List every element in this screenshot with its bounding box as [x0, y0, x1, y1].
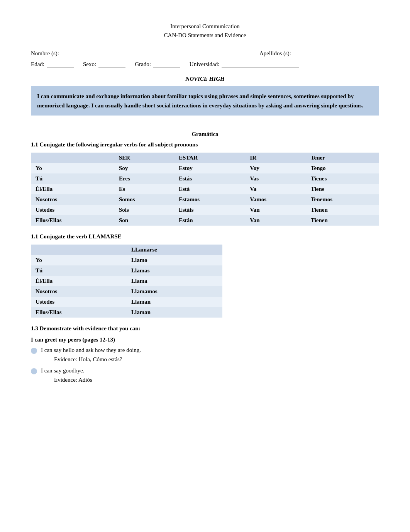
bullet-icon [31, 368, 37, 374]
table1-cell: Nosotros [31, 194, 114, 205]
table1-cell: Tenemos [306, 194, 379, 205]
table1-cell: Van [245, 205, 306, 215]
novice-section: NOVICE HIGH I can communicate and exchan… [31, 76, 379, 116]
universidad-label: Universidad: [190, 61, 219, 68]
table1-cell: Soy [114, 163, 174, 173]
table1-cell: Está [174, 184, 245, 194]
table1-cell: Tienen [306, 215, 379, 226]
table2-cell: Llamas [127, 265, 222, 276]
form-section: Nombre (s): Apellidos (s): Edad: Sexo: G… [31, 50, 379, 68]
header-subtitle: CAN-DO Statements and Evidence [31, 32, 379, 39]
form-row-2: Edad: Sexo: Grado: Universidad: [31, 61, 379, 68]
table2-cell: Llama [127, 276, 222, 286]
table1-cell: Voy [245, 163, 306, 173]
table2-cell: Él/Ella [31, 276, 127, 286]
table1-cell: Son [114, 215, 174, 226]
table1-cell: Sois [114, 205, 174, 215]
table2-cell: Nosotros [31, 286, 127, 297]
table1-cell: Estáis [174, 205, 245, 215]
table1-cell: Estamos [174, 194, 245, 205]
table1-cell: Tengo [306, 163, 379, 173]
gramatica-title: Gramática [31, 131, 379, 138]
can-do-item: I can say hello and ask how they are doi… [31, 347, 379, 354]
table1-header: Tener [306, 153, 379, 163]
table2-cell: Ellos/Ellas [31, 307, 127, 318]
demonstrate-section: 1.3 Demonstrate with evidence that you c… [31, 325, 379, 383]
table1-header: ESTAR [174, 153, 245, 163]
edad-label: Edad: [31, 61, 44, 68]
table1-cell: Ellos/Ellas [31, 215, 114, 226]
page-header: Interpersonal Communication CAN-DO State… [31, 23, 379, 39]
header-title: Interpersonal Communication [31, 23, 379, 30]
llamarse-table: LLamarseYoLlamoTúLlamasÉl/EllaLlamaNosot… [31, 245, 222, 318]
verb-table-1: SERESTARIRTenerYoSoyEstoyVoyTengoTúEresE… [31, 153, 379, 226]
nombre-label: Nombre (s): [31, 50, 59, 57]
table2-cell: Llaman [127, 307, 222, 318]
table1-cell: Tienen [306, 205, 379, 215]
table1-cell: Vas [245, 173, 306, 184]
table2-header: LLamarse [127, 245, 222, 255]
can-do-text: I can say goodbye. [41, 367, 84, 374]
table1-cell: Estoy [174, 163, 245, 173]
table1-cell: Estás [174, 173, 245, 184]
novice-description: I can communicate and exchange informati… [31, 86, 379, 116]
table1-cell: Van [245, 215, 306, 226]
table1-header [31, 153, 114, 163]
grado-label: Grado: [135, 61, 151, 68]
novice-title: NOVICE HIGH [31, 76, 379, 82]
table2-cell: Ustedes [31, 297, 127, 307]
table2-cell: Llaman [127, 297, 222, 307]
table2-cell: Llamo [127, 255, 222, 265]
form-row-1: Nombre (s): Apellidos (s): [31, 50, 379, 57]
apellidos-label: Apellidos (s): [259, 50, 291, 57]
greet-title: I can greet my peers (pages 12-13) [31, 337, 379, 343]
table1-cell: Ustedes [31, 205, 114, 215]
table1-cell: Eres [114, 173, 174, 184]
can-do-list: I can say hello and ask how they are doi… [31, 347, 379, 383]
can-do-text: I can say hello and ask how they are doi… [41, 347, 141, 354]
table1-cell: Tiene [306, 184, 379, 194]
table2-cell: Llamamos [127, 286, 222, 297]
table1-cell: Tienes [306, 173, 379, 184]
demonstrate-title: 1.3 Demonstrate with evidence that you c… [31, 325, 379, 332]
table1-cell: Yo [31, 163, 114, 173]
table2-cell: Yo [31, 255, 127, 265]
table1-cell: Somos [114, 194, 174, 205]
table1-cell: Están [174, 215, 245, 226]
evidence-text: Evidence: Hola, Cómo estás? [54, 356, 379, 363]
table1-header: SER [114, 153, 174, 163]
section2-title: 1.1 Conjugate the verb LLAMARSE [31, 233, 379, 240]
evidence-text: Evidence: Adiós [54, 377, 379, 383]
section1-title: 1.1 Conjugate the following irregular ve… [31, 141, 379, 148]
table1-cell: Tú [31, 173, 114, 184]
sexo-label: Sexo: [83, 61, 96, 68]
table2-cell: Tú [31, 265, 127, 276]
bullet-icon [31, 348, 37, 354]
gramatica-section: Gramática 1.1 Conjugate the following ir… [31, 131, 379, 383]
table1-header: IR [245, 153, 306, 163]
table2-header [31, 245, 127, 255]
table1-cell: Vamos [245, 194, 306, 205]
table1-cell: Él/Ella [31, 184, 114, 194]
table1-cell: Va [245, 184, 306, 194]
table1-cell: Es [114, 184, 174, 194]
can-do-item: I can say goodbye. [31, 367, 379, 374]
